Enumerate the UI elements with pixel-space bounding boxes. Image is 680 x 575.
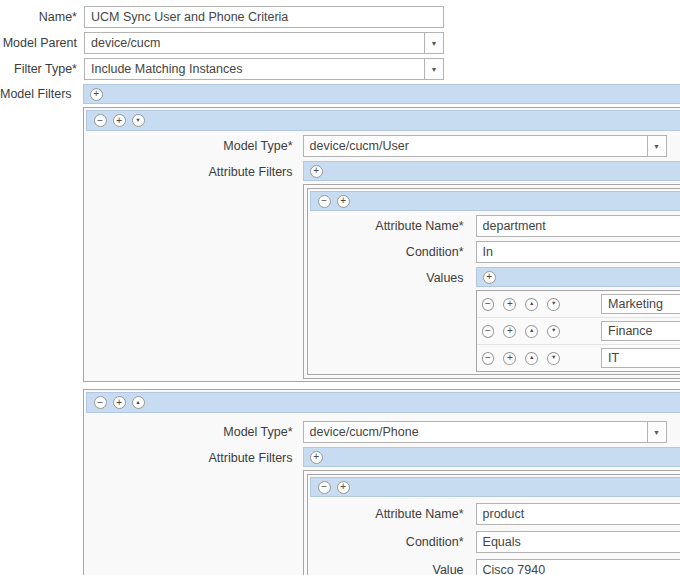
condition-row: Condition* <box>310 531 680 553</box>
move-value-down-button[interactable]: ▼ <box>547 352 560 365</box>
chevron-down-icon[interactable]: ▼ <box>647 422 666 442</box>
attribute-filter-list: − + Attribute Name* Condition* <box>303 184 680 379</box>
add-value-button[interactable]: + <box>503 325 516 338</box>
model-type-row: Model Type* device/cucm/User ▼ <box>86 135 680 157</box>
attribute-name-row: Attribute Name* <box>310 215 680 237</box>
add-attribute-filter-bar: + <box>303 447 680 467</box>
filter-type-value: Include Matching Instances <box>85 59 424 79</box>
move-value-down-button[interactable]: ▼ <box>547 298 560 311</box>
add-attribute-filter-bar: + <box>303 161 680 181</box>
filter-type-label: Filter Type* <box>0 58 77 80</box>
move-down-button[interactable]: ▼ <box>132 114 145 127</box>
attribute-filters-section: + − + Attribute Name* <box>303 447 680 575</box>
value-row: Value <box>310 559 680 575</box>
add-value-button[interactable]: + <box>503 298 516 311</box>
value-label: Value <box>310 559 464 575</box>
remove-value-button[interactable]: − <box>482 325 495 338</box>
attribute-filters-row: Attribute Filters + − + <box>86 161 680 379</box>
move-value-up-button[interactable]: ▲ <box>525 298 538 311</box>
filter-type-row: Filter Type* Include Matching Instances … <box>0 58 680 80</box>
move-value-up-button[interactable]: ▲ <box>525 352 538 365</box>
value-input[interactable] <box>601 321 680 341</box>
remove-filter-button[interactable]: − <box>94 114 107 127</box>
attribute-filters-section: + − + Attribute Name* <box>303 161 680 379</box>
panel-toolbar: − + ▲ <box>86 392 680 413</box>
condition-row: Condition* <box>310 241 680 263</box>
add-value-bar: + <box>476 267 680 287</box>
name-label: Name* <box>0 6 77 28</box>
add-attribute-filter-button[interactable]: + <box>310 165 323 178</box>
value-item: − + ▲ ▼ <box>477 345 680 371</box>
attribute-filter-toolbar: − + <box>310 477 680 497</box>
model-type-label: Model Type* <box>86 135 293 157</box>
add-attribute-filter-button[interactable]: + <box>310 451 323 464</box>
add-attribute-filter-button[interactable]: + <box>337 481 350 494</box>
attribute-name-label: Attribute Name* <box>310 215 464 237</box>
attribute-name-row: Attribute Name* <box>310 503 680 525</box>
remove-attribute-filter-button[interactable]: − <box>318 481 331 494</box>
add-filter-button[interactable]: + <box>113 114 126 127</box>
model-filters-row: Model Filters + − + ▼ Model Type* device… <box>0 84 680 575</box>
add-model-filter-button[interactable]: + <box>90 88 103 101</box>
model-parent-label: Model Parent <box>0 32 77 54</box>
remove-value-button[interactable]: − <box>482 298 495 311</box>
model-type-label: Model Type* <box>86 421 293 443</box>
add-filter-button[interactable]: + <box>113 396 126 409</box>
attribute-name-input[interactable] <box>476 215 680 237</box>
model-filters-label: Model Filters <box>0 84 72 104</box>
attribute-filter-toolbar: − + <box>310 191 680 211</box>
model-type-row: Model Type* device/cucm/Phone ▼ <box>86 421 680 443</box>
values-label: Values <box>310 267 464 289</box>
condition-label: Condition* <box>310 241 464 263</box>
name-input[interactable] <box>84 6 444 28</box>
attribute-name-input[interactable] <box>476 503 680 525</box>
model-parent-row: Model Parent device/cucm ▼ <box>0 32 680 54</box>
remove-attribute-filter-button[interactable]: − <box>318 195 331 208</box>
values-row: Values + − + <box>310 267 680 372</box>
model-filter-criteria-form: Name* Model Parent device/cucm ▼ Filter … <box>0 0 680 575</box>
value-item: − + ▲ ▼ <box>477 291 680 318</box>
model-parent-value: device/cucm <box>85 33 424 53</box>
move-value-up-button[interactable]: ▲ <box>525 325 538 338</box>
values-list: − + ▲ ▼ − <box>476 290 680 372</box>
move-value-down-button[interactable]: ▼ <box>547 325 560 338</box>
model-type-value: device/cucm/Phone <box>304 422 647 442</box>
chevron-down-icon[interactable]: ▼ <box>424 59 443 79</box>
attribute-filter-item: − + Attribute Name* Condition* <box>307 474 680 575</box>
attribute-filter-item: − + Attribute Name* Condition* <box>307 188 680 375</box>
attribute-name-label: Attribute Name* <box>310 503 464 525</box>
attribute-filter-list: − + Attribute Name* Condition* <box>303 470 680 575</box>
move-up-button[interactable]: ▲ <box>132 396 145 409</box>
model-type-select[interactable]: device/cucm/User ▼ <box>303 135 667 157</box>
chevron-down-icon[interactable]: ▼ <box>424 33 443 53</box>
filter-type-select[interactable]: Include Matching Instances ▼ <box>84 58 444 80</box>
value-input[interactable] <box>476 559 680 575</box>
remove-filter-button[interactable]: − <box>94 396 107 409</box>
condition-label: Condition* <box>310 531 464 553</box>
name-row: Name* <box>0 6 680 28</box>
attribute-filters-row: Attribute Filters + − + <box>86 447 680 575</box>
value-item: − + ▲ ▼ <box>477 318 680 345</box>
model-filters-section: + − + ▼ Model Type* device/cucm/User ▼ <box>83 84 680 575</box>
attribute-filters-label: Attribute Filters <box>86 447 293 469</box>
add-attribute-filter-button[interactable]: + <box>337 195 350 208</box>
add-model-filter-bar: + <box>83 84 680 104</box>
model-filter-panel-phone: − + ▲ Model Type* device/cucm/Phone ▼ At… <box>83 389 680 575</box>
model-filter-panel-user: − + ▼ Model Type* device/cucm/User ▼ Att… <box>83 107 680 382</box>
condition-input[interactable] <box>476 241 680 263</box>
value-input[interactable] <box>601 348 680 368</box>
condition-input[interactable] <box>476 531 680 553</box>
add-value-button[interactable]: + <box>483 271 496 284</box>
add-value-button[interactable]: + <box>503 352 516 365</box>
model-type-select[interactable]: device/cucm/Phone ▼ <box>303 421 667 443</box>
model-type-value: device/cucm/User <box>304 136 647 156</box>
model-parent-select[interactable]: device/cucm ▼ <box>84 32 444 54</box>
values-section: + − + ▲ ▼ <box>476 267 680 372</box>
value-input[interactable] <box>601 294 680 314</box>
panel-toolbar: − + ▼ <box>86 110 680 131</box>
chevron-down-icon[interactable]: ▼ <box>647 136 666 156</box>
remove-value-button[interactable]: − <box>482 352 495 365</box>
attribute-filters-label: Attribute Filters <box>86 161 293 183</box>
